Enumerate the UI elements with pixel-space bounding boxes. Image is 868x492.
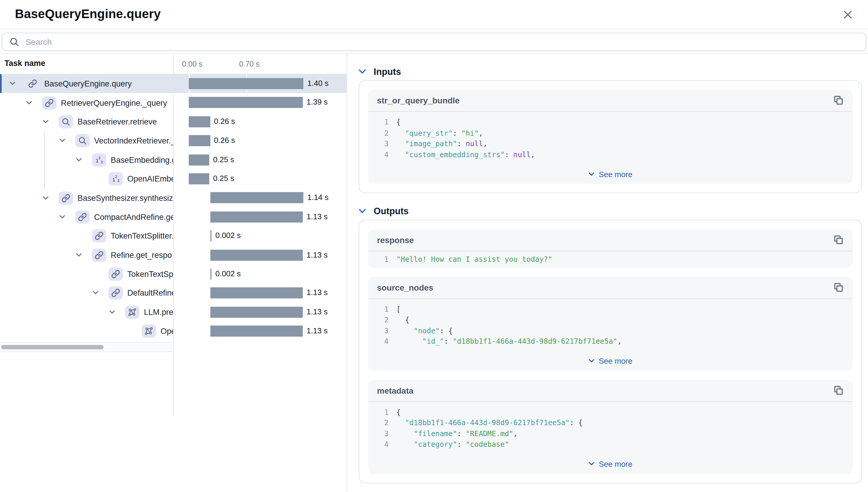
expand-chevron[interactable] [9,81,26,86]
duration-label: 1.13 s [306,288,328,297]
chain-icon [78,213,87,221]
copy-button[interactable] [832,94,845,107]
duration-bar [210,230,212,241]
line-number: 1 [368,407,389,417]
task-label: BaseEmbedding.g [111,155,173,164]
task-label: CompactAndRefine.ge [94,213,173,221]
expand-chevron[interactable] [43,196,58,200]
duration-bar [210,269,212,279]
task-name-cell: BaseRetriever.retrieve [0,112,173,131]
task-name-cell: RetrieverQueryEngine._query [0,93,173,112]
search-row [0,29,868,54]
chain-icon-chip [92,229,106,243]
expand-chevron[interactable] [76,253,92,257]
line-number: 2 [368,128,389,139]
column-divider [173,54,174,417]
chain-icon [111,270,120,279]
task-label: Ope [160,327,173,336]
see-more-button[interactable]: See more [368,454,852,473]
task-name-cell: TokenTextSplitter. [0,226,173,245]
duration-label: 0.002 s [215,269,241,278]
scrollbar-thumb[interactable] [1,345,104,349]
line-number: 3 [368,428,389,439]
expand-chevron[interactable] [59,215,75,219]
svg-text:3: 3 [100,159,102,164]
task-name-cell: 123BaseEmbedding.g [0,150,173,169]
task-label: TokenTextSplitter. [111,232,173,241]
duration-bar [210,211,303,222]
outputs-section-toggle[interactable]: Outputs [359,205,409,216]
embedding-icon-chip: 123 [108,172,123,186]
expand-chevron[interactable] [43,119,58,124]
outputs-card: response1"Hello! How can I assist you to… [359,220,862,483]
span-tree-panel: Task name 0.00 s 0.70 s BaseQueryEngine.… [0,54,347,492]
chain-icon-chip [75,210,90,224]
code-block: 1{2 "query_str": "hi",3 "image_path": nu… [368,112,852,164]
line-number: 1 [368,304,389,314]
code-line: 2 { [368,314,852,325]
chain-icon-chip [92,248,106,262]
duration-label: 1.39 s [306,98,328,107]
chain-icon-chip [108,287,123,300]
search-input[interactable] [24,36,866,47]
copy-button[interactable] [832,384,845,397]
chain-icon-chip [59,191,73,205]
duration-label: 0.25 s [213,174,234,183]
copy-icon [832,282,844,293]
expand-chevron-icon [43,196,48,200]
expand-chevron[interactable] [59,139,75,143]
task-label: Refine.get_respo [111,251,172,260]
code-block: 1{2 "d18bb1f1-466a-443d-98d9-6217bf71ee5… [368,402,852,454]
duration-label: 1.13 s [306,250,328,259]
task-label: VectorIndexRetriever._ [94,137,173,145]
code-line: 1{ [368,407,852,417]
line-number: 1 [368,254,389,265]
task-name-cell: Ope [0,322,173,341]
duration-label: 1.40 s [307,79,328,88]
chain-icon-chip [42,96,56,109]
copy-icon [832,95,844,106]
code-line: 1{ [368,117,852,127]
chain-icon [95,232,104,241]
task-name-column-header: Task name [4,59,46,68]
copy-button[interactable] [832,281,845,294]
expand-chevron-icon [59,215,65,219]
expand-chevron-icon [26,100,32,105]
line-number: 3 [368,139,389,149]
task-label: BaseRetriever.retrieve [77,117,157,126]
attribute-card-str_or_query_bundle: str_or_query_bundle1{2 "query_str": "hi"… [368,90,852,184]
line-number: 1 [368,117,389,127]
code-line: 3 "image_path": null, [368,139,852,149]
chain-icon [111,289,120,298]
duration-bar [189,154,209,165]
line-number: 2 [368,417,389,428]
task-name-cell: VectorIndexRetriever._ [0,131,173,150]
see-more-button[interactable]: See more [368,164,852,183]
llm-icon [144,327,153,336]
expand-chevron[interactable] [26,100,42,105]
expand-chevron[interactable] [76,158,92,162]
see-more-button[interactable]: See more [368,351,852,370]
task-name-cell: BaseQueryEngine.query [0,74,173,93]
embedding-icon: 123 [95,155,104,164]
code-line: 2 "query_str": "hi", [368,128,852,139]
duration-label: 0.26 s [214,117,235,126]
chevron-down-icon [588,172,594,176]
chain-icon-chip [26,77,40,90]
horizontal-scrollbar[interactable] [0,342,173,352]
tree-guide-line [44,132,45,188]
copy-button[interactable] [832,233,845,247]
code-line: 3 "node": { [368,325,852,336]
code-line: 4 "custom_embedding_strs": null, [368,149,852,160]
attribute-card-metadata: metadata1{2 "d18bb1f1-466a-443d-98d9-621… [368,379,852,473]
search-box[interactable] [2,33,867,51]
task-name-cell: 123OpenAIEmbe [0,169,173,188]
selected-row-accent [0,74,2,93]
close-button[interactable] [840,7,854,21]
inputs-section-toggle[interactable]: Inputs [359,66,401,77]
expand-chevron[interactable] [92,291,108,295]
duration-bar [189,135,210,146]
line-number: 4 [368,149,389,160]
expand-chevron[interactable] [109,310,125,314]
task-label: DefaultRefine [127,289,173,298]
